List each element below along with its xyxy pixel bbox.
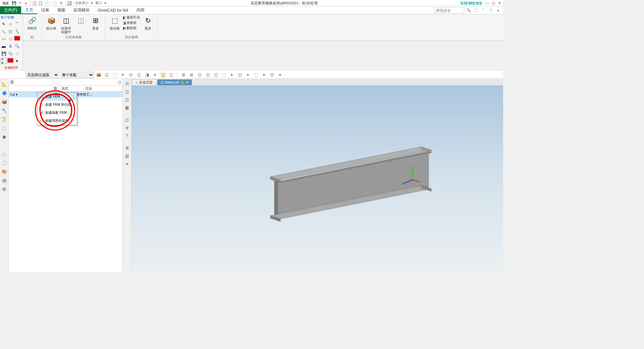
- pencil-icon[interactable]: ✎: [1, 21, 7, 27]
- status-dot-icon[interactable]: ●: [495, 7, 501, 13]
- midsurface-button[interactable]: ◫: [74, 15, 88, 34]
- diag-icon[interactable]: ╲: [14, 29, 20, 35]
- snap4-icon[interactable]: ◫: [204, 71, 211, 78]
- filter10-icon[interactable]: ◫: [168, 71, 174, 78]
- sheet-icon[interactable]: ⊞: [1, 186, 8, 192]
- filter2-icon[interactable]: ◫: [103, 71, 110, 78]
- filter8-icon[interactable]: ▾: [152, 71, 158, 78]
- view5-icon[interactable]: ⊚: [124, 124, 130, 131]
- by-face-button[interactable]: ◫按面对 创建中: [59, 15, 73, 34]
- rect-fill-icon[interactable]: ▬: [1, 43, 7, 49]
- snap11-icon[interactable]: ▾: [261, 71, 267, 78]
- redo-icon[interactable]: ▸: [23, 0, 29, 6]
- tab-omnicad[interactable]: OmniCAD for NX: [94, 6, 132, 14]
- filter5-icon[interactable]: ⊡: [127, 71, 134, 78]
- col-filter[interactable]: 过滤: [84, 86, 122, 91]
- switch-window-button[interactable]: 切换窗口: [75, 0, 89, 6]
- palette-icon[interactable]: 🎨: [1, 168, 8, 175]
- sim-icon[interactable]: ⬚: [1, 124, 8, 131]
- size-spinner[interactable]: 4 ▾: [1, 58, 7, 64]
- tab-result[interactable]: 结果: [37, 6, 53, 14]
- snap1-icon[interactable]: ⊞: [180, 71, 187, 78]
- offset-region-button[interactable]: ◧偏置区域: [123, 15, 140, 20]
- part-nav-icon[interactable]: 🔷: [1, 90, 8, 96]
- refresh-icon[interactable]: 🔄: [67, 0, 72, 6]
- zoom-icon[interactable]: 🔍: [14, 43, 20, 49]
- filter6-icon[interactable]: ◫: [136, 71, 142, 78]
- snap8-icon[interactable]: ◫: [236, 71, 243, 78]
- nav-close-icon[interactable]: ◻: [118, 80, 121, 84]
- col-color[interactable]: 颜: [52, 86, 60, 91]
- graphics-viewport[interactable]: ⌂欢迎页面 ◫ibeam.prt🔒✕: [131, 79, 503, 272]
- circle-tool-icon[interactable]: ○: [7, 21, 13, 27]
- undo-icon[interactable]: ↶: [17, 0, 23, 6]
- view8-icon[interactable]: ✕: [124, 161, 130, 167]
- snap6-icon[interactable]: ⬚: [220, 71, 227, 78]
- filter9-icon[interactable]: ◫: [160, 71, 166, 78]
- minimize-icon[interactable]: —: [485, 1, 490, 5]
- close-icon[interactable]: ✕: [497, 1, 502, 5]
- diamond-icon[interactable]: ◇: [14, 51, 20, 57]
- split-body-button[interactable]: 📦拆分体: [45, 15, 58, 34]
- view3-icon[interactable]: ▦: [124, 104, 130, 111]
- replace-face-button[interactable]: ◨替换面: [123, 20, 140, 25]
- rect-icon[interactable]: ▭: [1, 36, 7, 42]
- maximize-icon[interactable]: ◻: [491, 1, 496, 5]
- copy-icon[interactable]: 📋: [32, 0, 37, 6]
- window-menu[interactable]: 窗口: [95, 0, 102, 6]
- measure-icon[interactable]: ◷: [1, 151, 8, 157]
- more-sync-button[interactable]: ↻更多: [141, 15, 155, 31]
- file-menu[interactable]: 文件(F): [0, 6, 21, 14]
- menu-new-assy-fem[interactable]: 🔗新建装配 FEM...: [37, 109, 77, 117]
- close-tab-icon[interactable]: ✕: [186, 81, 189, 84]
- filter7-icon[interactable]: ◨: [144, 71, 150, 78]
- wave-button[interactable]: 🔗WAVE: [25, 15, 39, 30]
- roles-icon[interactable]: ◉: [1, 133, 8, 140]
- arc-tool-icon[interactable]: ⌒: [14, 21, 20, 27]
- dropdown-icon[interactable]: ▾: [103, 0, 108, 6]
- tab-application[interactable]: 应用模块: [69, 6, 94, 14]
- menu-new-idealized[interactable]: 📁新建理想化部件...: [37, 117, 77, 125]
- col-status[interactable]: 状态: [60, 86, 84, 91]
- clock-icon[interactable]: 🕐: [1, 159, 8, 166]
- delete-face-button[interactable]: ◩删除面: [123, 26, 140, 31]
- layers-icon[interactable]: ▤: [1, 177, 8, 184]
- move-face-button[interactable]: ⬚移动面: [108, 15, 121, 31]
- selection-filter-dropdown[interactable]: 无选择过滤器: [25, 71, 59, 78]
- tab-home[interactable]: 主页: [21, 6, 37, 14]
- clip-icon[interactable]: 📎: [7, 51, 13, 57]
- text-icon[interactable]: A: [7, 43, 13, 49]
- view4-icon[interactable]: ◫: [124, 116, 130, 123]
- tab-welcome[interactable]: ⌂欢迎页面: [132, 79, 156, 85]
- menu-new-fem-sim[interactable]: 📑新建 FEM 和仿真...: [37, 101, 77, 109]
- more-button[interactable]: ⊞更多: [89, 15, 102, 34]
- view2-icon[interactable]: ◫: [124, 96, 130, 103]
- save-icon[interactable]: 💾: [11, 0, 17, 6]
- view6-icon[interactable]: ⊞: [124, 145, 130, 151]
- save2-icon[interactable]: 💾: [1, 51, 7, 57]
- ibeam-model[interactable]: [200, 143, 435, 250]
- assembly-scope-dropdown[interactable]: 整个装配: [60, 71, 94, 78]
- filter-icon[interactable]: 📦: [95, 71, 102, 78]
- reuse-icon[interactable]: 🔧: [1, 107, 8, 114]
- nav-icon[interactable]: 📐: [1, 81, 8, 88]
- snap5-icon[interactable]: ◫: [212, 71, 219, 78]
- ellipse-icon[interactable]: ⬭: [7, 36, 13, 42]
- snap2-icon[interactable]: ⊞: [188, 71, 195, 78]
- tab-ibeam[interactable]: ◫ibeam.prt🔒✕: [157, 79, 192, 85]
- snap3-icon[interactable]: ⊡: [196, 71, 203, 78]
- tab-view[interactable]: 视图: [53, 6, 69, 14]
- snap9-icon[interactable]: ▾: [245, 71, 251, 78]
- snap12-icon[interactable]: ⊡: [269, 71, 275, 78]
- snap13-icon[interactable]: ▾: [277, 71, 283, 78]
- dropdown-icon[interactable]: ▾: [58, 0, 64, 6]
- view1-icon[interactable]: ◫: [124, 88, 130, 95]
- fit-icon[interactable]: ⊡: [124, 80, 130, 87]
- search-icon[interactable]: 🔍: [466, 7, 472, 13]
- snap7-icon[interactable]: ▾: [228, 71, 235, 78]
- snap10-icon[interactable]: ⬚: [253, 71, 259, 78]
- paste-icon[interactable]: 📋: [38, 0, 43, 6]
- assy-nav-icon[interactable]: 📦: [1, 98, 8, 105]
- page-icon[interactable]: 📄: [52, 0, 58, 6]
- red-swatch-2[interactable]: [7, 58, 13, 63]
